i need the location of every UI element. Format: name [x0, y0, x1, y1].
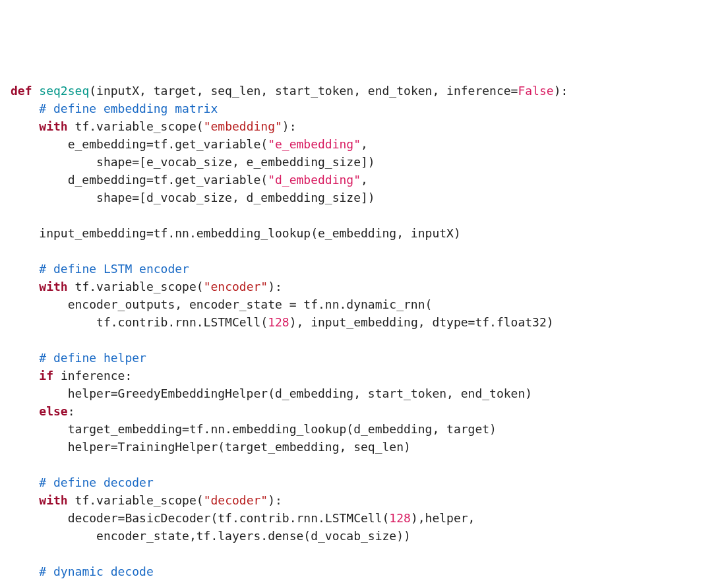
keyword-with: with [39, 119, 67, 133]
number: 128 [389, 511, 411, 525]
code-text: tf.variable_scope( [68, 119, 204, 133]
comment: # dynamic decode [39, 564, 153, 578]
keyword-def: def [11, 84, 32, 98]
indent [11, 351, 39, 365]
string: "encoder" [204, 280, 268, 293]
string: "d_embedding" [268, 173, 361, 187]
indent [11, 280, 39, 293]
code-text: ): [268, 280, 282, 293]
keyword-else: else [39, 404, 67, 418]
string: "e_embedding" [268, 137, 361, 151]
code-text: encoder_outputs, encoder_state = tf.nn.d… [11, 297, 432, 311]
code-text: , [361, 173, 368, 187]
code-block: def seq2seq(inputX, target, seq_len, sta… [11, 82, 717, 579]
code-text: tf.variable_scope( [68, 280, 204, 293]
code-text: shape=[e_vocab_size, e_embedding_size]) [11, 155, 375, 169]
code-text: target_embedding=tf.nn.embedding_lookup(… [11, 422, 497, 436]
keyword-with: with [39, 493, 67, 507]
code-text: ): [268, 493, 282, 507]
indent [11, 369, 39, 382]
code-text: encoder_state,tf.layers.dense(d_vocab_si… [11, 529, 411, 543]
code-text: tf.variable_scope( [68, 493, 204, 507]
code-text: shape=[d_vocab_size, d_embedding_size]) [11, 191, 375, 204]
code-text: helper=GreedyEmbeddingHelper(d_embedding… [11, 386, 532, 400]
bool-false: False [518, 84, 553, 98]
string: "embedding" [204, 119, 282, 133]
code-text: , [361, 137, 368, 151]
code-text: helper=TrainingHelper(target_embedding, … [11, 440, 411, 454]
comment: # define decoder [39, 475, 153, 489]
code-text: ), input_embedding, dtype=tf.float32) [289, 315, 554, 329]
indent [11, 404, 39, 418]
indent [11, 119, 39, 133]
keyword-if: if [39, 369, 53, 382]
indent [11, 102, 39, 115]
number: 128 [268, 315, 289, 329]
function-name: seq2seq [39, 84, 89, 98]
code-text: tf.contrib.rnn.LSTMCell( [11, 315, 268, 329]
code-text: inference: [53, 369, 132, 382]
indent [11, 564, 39, 578]
code-text: decoder=BasicDecoder(tf.contrib.rnn.LSTM… [11, 511, 389, 525]
string: "decoder" [204, 493, 268, 507]
args: (inputX, target, seq_len, start_token, e… [89, 84, 518, 98]
code-text: ): [282, 119, 297, 133]
indent [11, 262, 39, 276]
code-text: e_embedding=tf.get_variable( [11, 137, 268, 151]
indent [11, 493, 39, 507]
keyword-with: with [39, 280, 67, 293]
code-text: input_embedding=tf.nn.embedding_lookup(e… [11, 226, 461, 240]
code-text: ),helper, [411, 511, 475, 525]
line-end: ): [554, 84, 568, 98]
comment: # define LSTM encoder [39, 262, 189, 276]
comment: # define helper [39, 351, 146, 365]
code-text: : [68, 404, 75, 418]
indent [11, 475, 39, 489]
comment: # define embedding matrix [39, 102, 218, 115]
code-text: d_embedding=tf.get_variable( [11, 173, 268, 187]
